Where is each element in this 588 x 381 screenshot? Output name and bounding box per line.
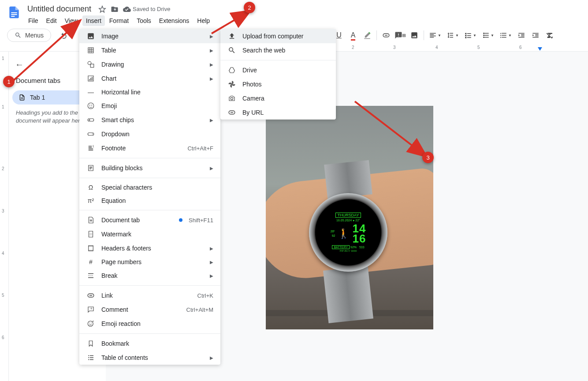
doctab-icon <box>86 216 95 224</box>
link-icon <box>227 108 236 116</box>
hline-icon: — <box>86 89 95 96</box>
line-spacing-button[interactable]: ▼ <box>444 29 461 42</box>
break-icon <box>86 272 95 280</box>
menu-format[interactable]: Format <box>106 15 132 26</box>
image-camera[interactable]: Camera <box>220 91 336 105</box>
annotation-arrow <box>348 96 432 162</box>
number-list-button[interactable]: ▼ <box>497 29 514 42</box>
insert-watermark[interactable]: Watermark <box>79 227 220 241</box>
camera-icon <box>227 94 236 102</box>
svg-point-6 <box>89 105 90 106</box>
blocks-icon <box>86 164 95 172</box>
star-icon[interactable] <box>98 5 106 13</box>
insert-drawing[interactable]: Drawing▶ <box>79 57 220 71</box>
insert-break[interactable]: Break▶ <box>79 269 220 283</box>
document-tab-chip[interactable]: Tab 1 <box>12 90 87 105</box>
menu-extensions[interactable]: Extensions <box>156 15 193 26</box>
comment-button[interactable]: ⊞ <box>394 29 407 42</box>
menu-separator <box>79 158 220 158</box>
insert-emoji[interactable]: Emoji <box>79 99 220 113</box>
link-button[interactable] <box>380 29 393 42</box>
insert-chart[interactable]: Chart▶ <box>79 71 220 86</box>
pipboy-icon: 🚶 <box>338 228 350 239</box>
insert-footnote[interactable]: 1FootnoteCtrl+Alt+F <box>79 141 220 155</box>
insert-image[interactable]: Image▶ <box>79 29 220 43</box>
chevron-right-icon: ▶ <box>210 62 213 67</box>
photos-icon <box>227 80 236 88</box>
image-submenu-dropdown: Upload from computer Search the web Driv… <box>220 29 336 120</box>
ruler-tick: 6 <box>2 335 4 340</box>
annotation-badge-1: 1 <box>3 76 15 87</box>
outdent-button[interactable] <box>515 29 528 42</box>
insert-bookmark[interactable]: Bookmark <box>79 336 220 351</box>
menu-separator <box>79 285 220 286</box>
ruler-tick: 5 <box>477 45 480 50</box>
ruler-marker-icon[interactable] <box>538 47 542 52</box>
annotation-badge-2: 2 <box>244 2 255 13</box>
chevron-right-icon: ▶ <box>210 48 213 53</box>
insert-chips[interactable]: Smart chips▶ <box>79 113 220 127</box>
link-icon <box>86 291 95 299</box>
watermark-icon <box>86 230 95 238</box>
insert-equation[interactable]: π²Equation <box>79 194 220 207</box>
move-icon[interactable] <box>111 5 119 13</box>
svg-line-20 <box>355 101 425 156</box>
insert-special[interactable]: ΩSpecial characters <box>79 181 220 194</box>
bullet-list-button[interactable]: ▼ <box>480 29 496 42</box>
pi-icon: π² <box>86 197 95 204</box>
image-drive[interactable]: Drive <box>220 63 336 77</box>
insert-blocks[interactable]: Building blocks▶ <box>79 161 220 175</box>
svg-point-15 <box>91 323 92 324</box>
ruler-tick: 1 <box>2 105 4 109</box>
svg-rect-8 <box>88 119 94 121</box>
menu-separator <box>79 178 220 178</box>
bookmark-icon <box>86 340 95 347</box>
image-search[interactable]: Search the web <box>220 43 336 57</box>
svg-line-19 <box>212 11 249 34</box>
svg-text:+: + <box>92 320 94 323</box>
annotation-badge-3: 3 <box>422 152 434 163</box>
dropdown-icon <box>86 130 95 138</box>
svg-line-18 <box>13 21 79 81</box>
text-color-button[interactable]: A <box>346 29 360 42</box>
insert-pagenums[interactable]: #Page numbers▶ <box>79 255 220 269</box>
indent-button[interactable] <box>529 29 542 42</box>
insert-hline[interactable]: —Horizontal line <box>79 86 220 99</box>
menu-separator <box>79 210 220 210</box>
chevron-right-icon: ▶ <box>210 260 213 265</box>
insert-link[interactable]: LinkCtrl+K <box>79 288 220 303</box>
headers-icon <box>86 244 95 252</box>
tab-icon <box>19 94 26 101</box>
checklist-button[interactable]: ▼ <box>462 29 479 42</box>
insert-table[interactable]: Table▶ <box>79 43 220 57</box>
insert-image-button[interactable] <box>408 29 421 42</box>
insert-comment[interactable]: +CommentCtrl+Alt+M <box>79 303 220 317</box>
chevron-right-icon: ▶ <box>210 273 213 278</box>
svg-rect-4 <box>90 64 94 67</box>
vertical-ruler[interactable]: 1 1 2 3 4 5 6 <box>0 52 9 381</box>
insert-menu-dropdown: Image▶ Table▶ Drawing▶ Chart▶ —Horizonta… <box>79 29 220 365</box>
save-status[interactable]: Saved to Drive <box>123 5 170 13</box>
align-button[interactable]: ▼ <box>427 29 443 42</box>
toolbar-divider <box>376 30 377 40</box>
insert-dropdown[interactable]: Dropdown <box>79 127 220 141</box>
image-photos[interactable]: Photos <box>220 77 336 91</box>
ruler-tick: 3 <box>393 45 396 50</box>
svg-point-5 <box>88 103 94 109</box>
insert-toc[interactable]: Table of contents▶ <box>79 351 220 365</box>
insert-doctab[interactable]: Document tabShift+F11 <box>79 213 220 227</box>
insert-emoji-reaction[interactable]: +Emoji reaction <box>79 317 220 331</box>
annotation-arrow <box>9 12 88 85</box>
clear-formatting-button[interactable] <box>543 29 556 42</box>
menu-tools[interactable]: Tools <box>133 15 155 26</box>
hash-icon: # <box>86 258 95 265</box>
svg-point-14 <box>89 323 90 324</box>
insert-headers[interactable]: Headers & footers▶ <box>79 241 220 255</box>
chips-icon <box>86 116 95 124</box>
highlight-button[interactable] <box>361 29 374 42</box>
image-byurl[interactable]: By URL <box>220 105 336 120</box>
svg-text:+: + <box>90 306 93 311</box>
drive-icon <box>227 66 236 74</box>
chevron-right-icon: ▶ <box>210 246 213 251</box>
ruler-tick: 1 <box>2 56 4 61</box>
